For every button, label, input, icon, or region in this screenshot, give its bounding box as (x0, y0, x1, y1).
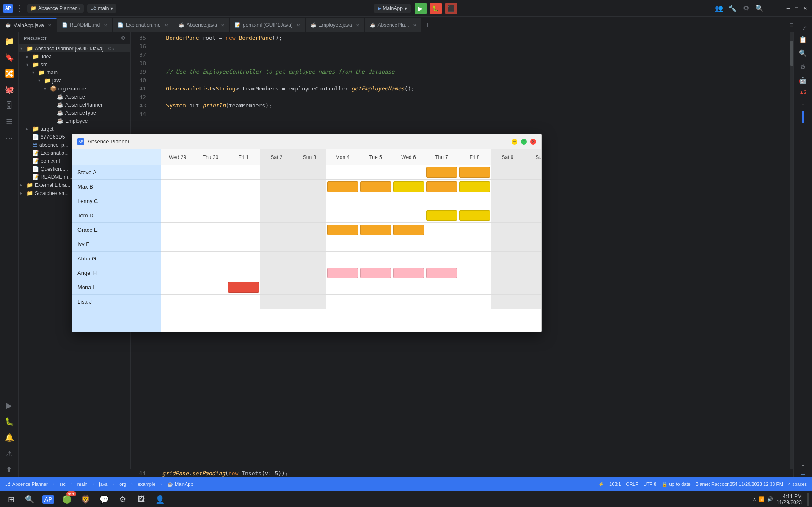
tree-item-main[interactable]: ▾ 📁 main (19, 69, 130, 77)
cell-td-thu7[interactable] (425, 208, 458, 222)
cell-if-sat2[interactable] (260, 237, 293, 251)
cell-lc-mon4[interactable] (326, 194, 359, 208)
git-gutter-icon[interactable]: ═ (801, 471, 805, 477)
cell-ag-mon4[interactable] (326, 252, 359, 266)
warnings-indicator[interactable]: ▲2 (798, 88, 808, 96)
run-config-selector[interactable]: ▶ MainApp ▾ (374, 4, 411, 13)
cell-stevea-fri8[interactable] (458, 165, 491, 179)
tab-absencepla-java[interactable]: ☕ AbsencePla... ✕ (365, 18, 422, 32)
cell-lj-mon4[interactable] (326, 295, 359, 309)
cell-ah-wed29[interactable] (161, 266, 194, 280)
cell-ge-fri1[interactable] (227, 223, 260, 237)
cell-maxb-sat9[interactable] (491, 180, 524, 194)
cell-ah-wed6[interactable] (392, 266, 425, 280)
absence-block[interactable] (360, 225, 391, 235)
cell-mi-sat2[interactable] (260, 280, 293, 294)
cell-mi-tue5[interactable] (359, 280, 392, 294)
cell-ah-tue5[interactable] (359, 266, 392, 280)
cell-if-su[interactable] (524, 237, 541, 251)
breadcrumb-example[interactable]: example (138, 482, 156, 487)
cell-ge-wed6[interactable] (392, 223, 425, 237)
tree-item-target[interactable]: ▸ 📁 target (19, 125, 130, 133)
cell-lc-sun3[interactable] (293, 194, 326, 208)
right-gutter-icon3[interactable]: ⚙ (797, 61, 809, 73)
absence-block[interactable] (327, 225, 358, 235)
cell-stevea-fri1[interactable] (227, 165, 260, 179)
browser-button[interactable]: 🦁 (78, 493, 93, 506)
more-icon[interactable]: ⋮ (768, 3, 778, 14)
right-panel-icon[interactable]: 📋 (797, 34, 809, 46)
tree-item-orgexample[interactable]: ▾ 📦 org.example (19, 85, 130, 93)
indent-info[interactable]: 4 spaces (788, 482, 807, 487)
cell-mi-fri1[interactable] (227, 280, 260, 294)
cell-mi-sat9[interactable] (491, 280, 524, 294)
cell-td-mon4[interactable] (326, 208, 359, 222)
cell-maxb-thu30[interactable] (194, 180, 227, 194)
cell-ag-tue5[interactable] (359, 252, 392, 266)
cell-lc-tue5[interactable] (359, 194, 392, 208)
minimize-button[interactable]: ─ (785, 5, 792, 12)
tree-item-java[interactable]: ▾ 📁 java (19, 77, 130, 85)
absence-block[interactable] (393, 268, 424, 278)
cell-if-wed6[interactable] (392, 237, 425, 251)
activity-notifications-icon[interactable]: 🔔 (2, 430, 17, 445)
cell-lc-wed6[interactable] (392, 194, 425, 208)
tree-item-employee[interactable]: ▸ ☕ Employee (19, 117, 130, 125)
line-ending[interactable]: CRLF (626, 482, 639, 487)
cell-ge-sat2[interactable] (260, 223, 293, 237)
tab-employee-java[interactable]: ☕ Employee.java ✕ (306, 18, 365, 32)
vcs-status[interactable]: 🔒 up-to-date (662, 482, 691, 487)
cell-td-su[interactable] (524, 208, 541, 222)
cell-ag-fri1[interactable] (227, 252, 260, 266)
right-gutter-icon2[interactable]: 🔍 (797, 47, 809, 59)
editor-scrollbar[interactable] (790, 32, 793, 477)
cell-lc-fri8[interactable] (458, 194, 491, 208)
absence-block[interactable] (393, 225, 424, 235)
show-desktop-button[interactable] (807, 493, 809, 506)
cell-ge-tue5[interactable] (359, 223, 392, 237)
cell-stevea-thu7[interactable] (425, 165, 458, 179)
cell-stevea-su[interactable] (524, 165, 541, 179)
tab-close-icon[interactable]: ✕ (221, 23, 224, 27)
cell-ah-sat2[interactable] (260, 266, 293, 280)
cell-ah-thu30[interactable] (194, 266, 227, 280)
tab-close-icon[interactable]: ✕ (165, 23, 168, 27)
tab-pom-xml[interactable]: 📝 pom.xml (GUIP1Java) ✕ (230, 18, 306, 32)
tree-item-absencetype[interactable]: ▸ ☕ AbsenceType (19, 109, 130, 117)
debug-button[interactable]: 🐛 (430, 3, 442, 14)
cell-ag-fri8[interactable] (458, 252, 491, 266)
cell-ag-wed29[interactable] (161, 252, 194, 266)
cell-td-sat9[interactable] (491, 208, 524, 222)
sidebar-settings-icon[interactable]: ⚙ (121, 36, 126, 41)
menu-dots[interactable]: ⋮ (16, 4, 24, 13)
close-button[interactable]: ✕ (802, 5, 809, 12)
tab-close-icon[interactable]: ✕ (48, 23, 51, 27)
absence-block[interactable] (360, 181, 391, 192)
tab-close-icon[interactable]: ✕ (356, 23, 359, 27)
cell-if-fri8[interactable] (458, 237, 491, 251)
expand-editor-button[interactable]: ⤢ (797, 24, 812, 32)
cell-ge-sat9[interactable] (491, 223, 524, 237)
cell-maxb-wed6[interactable] (392, 180, 425, 194)
tree-item-absence[interactable]: ▸ ☕ Absence (19, 93, 130, 101)
cell-lj-tue5[interactable] (359, 295, 392, 309)
badge-app-button[interactable]: 🟢 99+ (59, 493, 74, 506)
cell-td-fri1[interactable] (227, 208, 260, 222)
cell-if-tue5[interactable] (359, 237, 392, 251)
breadcrumb-java[interactable]: java (99, 482, 107, 487)
activity-git-push-icon[interactable]: ⬆ (2, 462, 17, 477)
absence-block[interactable] (327, 181, 358, 192)
search-icon[interactable]: 🔍 (754, 3, 765, 14)
absence-block[interactable] (327, 268, 358, 278)
cell-lj-fri1[interactable] (227, 295, 260, 309)
whatsapp-button[interactable]: 💬 (96, 493, 112, 506)
scroll-up-icon[interactable]: ↑ (801, 101, 804, 108)
cell-td-sat2[interactable] (260, 208, 293, 222)
cell-stevea-mon4[interactable] (326, 165, 359, 179)
tab-mainapp-java[interactable]: ☕ MainApp.java ✕ (0, 18, 57, 32)
cell-stevea-sat9[interactable] (491, 165, 524, 179)
planner-close-button[interactable]: ✕ (530, 139, 536, 145)
breadcrumb-org[interactable]: org (119, 482, 126, 487)
tab-readme-md[interactable]: 📄 README.md ✕ (57, 18, 113, 32)
cell-maxb-fri1[interactable] (227, 180, 260, 194)
